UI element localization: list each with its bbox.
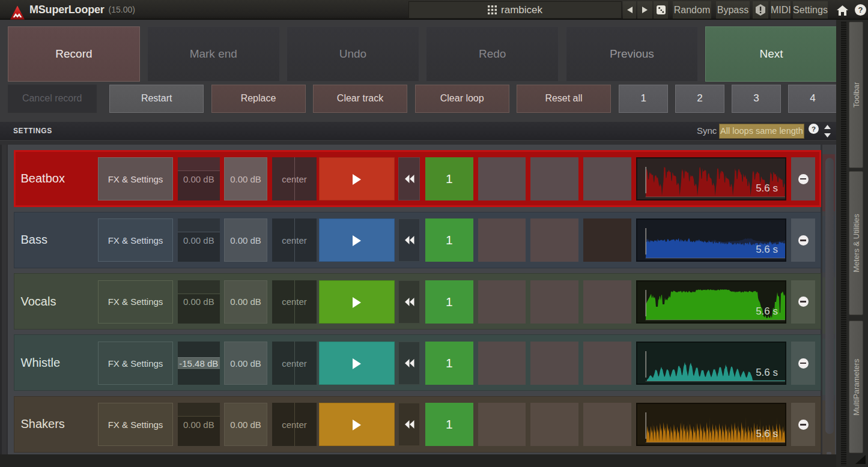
svg-text:?: ? [858,5,863,14]
svg-text:?: ? [812,125,816,133]
